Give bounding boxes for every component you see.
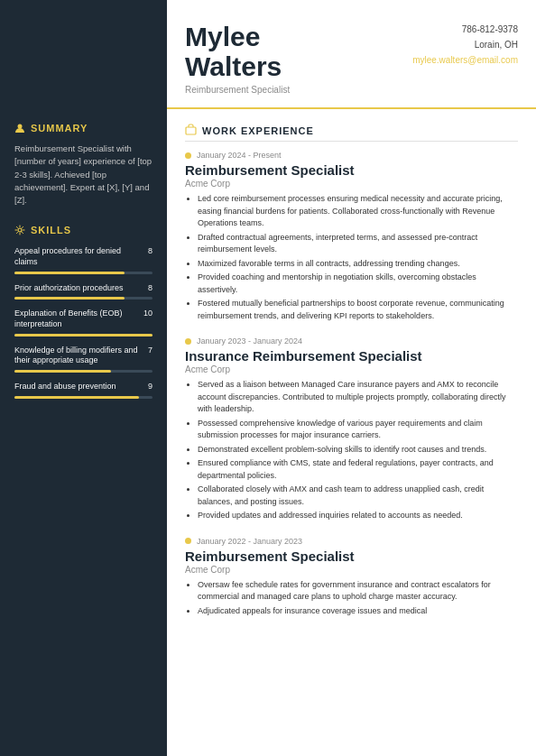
skill-name: Knowledge of billing modifiers and their… xyxy=(14,346,148,366)
bullet-item: Maximized favorable terms in all contrac… xyxy=(198,258,518,271)
summary-title: Summary xyxy=(14,123,152,134)
date-dot xyxy=(185,152,191,159)
skill-item: Fraud and abuse prevention 9 xyxy=(14,382,152,399)
svg-point-1 xyxy=(18,228,22,232)
skill-score: 9 xyxy=(148,382,152,391)
bullet-item: Demonstrated excellent problem-solving s… xyxy=(198,444,518,456)
skill-item: Appeal procedures for denied claims 8 xyxy=(14,246,152,273)
job-bullets: Oversaw fee schedule rates for governmen… xyxy=(185,579,518,618)
bullet-item: Adjudicated appeals for insurance covera… xyxy=(198,605,518,618)
name-block: Mylee Walters Reimbursement Specialist xyxy=(185,22,290,95)
first-name: Mylee xyxy=(185,22,290,51)
skill-bar-bg xyxy=(14,396,152,399)
job-company: Acme Corp xyxy=(185,565,518,575)
person-icon xyxy=(14,123,25,134)
bullet-item: Oversaw fee schedule rates for governmen… xyxy=(198,579,518,604)
skill-bar-fill xyxy=(14,272,125,274)
bullet-item: Provided updates and addressed inquiries… xyxy=(198,510,518,522)
svg-point-0 xyxy=(18,124,23,129)
job-title: Reimbursement Specialist xyxy=(185,85,290,95)
job-title: Insurance Reimbursement Specialist xyxy=(185,348,518,364)
job-entry: January 2024 - Present Reimbursement Spe… xyxy=(185,151,518,322)
main-body: Work Experience January 2024 - Present R… xyxy=(167,109,536,756)
summary-text: Reimbursement Specialist with [number of… xyxy=(14,143,152,207)
work-icon xyxy=(185,124,197,135)
bullet-item: Led core reimbursement processes ensurin… xyxy=(198,193,518,230)
skill-bar-bg xyxy=(14,334,152,337)
last-name: Walters xyxy=(185,51,290,81)
bullet-item: Collaborated closely with AMX and cash t… xyxy=(198,484,518,508)
skill-item: Knowledge of billing modifiers and their… xyxy=(14,346,152,373)
skill-score: 7 xyxy=(148,346,152,355)
bullet-item: Served as a liaison between Managed Care… xyxy=(198,379,518,416)
job-date: January 2023 - January 2024 xyxy=(185,337,518,346)
job-entry: January 2022 - January 2023 Reimbursemen… xyxy=(185,537,518,618)
date-dot xyxy=(185,538,191,544)
skill-score: 8 xyxy=(148,283,152,292)
skill-item: Explanation of Benefits (EOB) interpreta… xyxy=(14,309,152,336)
job-title: Reimbursement Specialist xyxy=(185,162,518,178)
job-date: January 2022 - January 2023 xyxy=(185,537,518,546)
email: mylee.walters@email.com xyxy=(412,52,518,68)
bullet-item: Possessed comprehensive knowledge of var… xyxy=(198,418,518,442)
skills-section: Skills Appeal procedures for denied clai… xyxy=(0,214,167,415)
job-date: January 2024 - Present xyxy=(185,151,518,160)
bullet-item: Fostered mutually beneficial partnership… xyxy=(198,298,518,322)
skill-score: 10 xyxy=(143,309,152,318)
skill-name: Fraud and abuse prevention xyxy=(14,382,148,392)
work-experience-title: Work Experience xyxy=(185,124,518,142)
job-company: Acme Corp xyxy=(185,364,518,374)
phone: 786-812-9378 xyxy=(412,22,518,37)
job-company: Acme Corp xyxy=(185,179,518,189)
skill-bar-bg xyxy=(14,297,152,300)
main-header: Mylee Walters Reimbursement Specialist 7… xyxy=(167,0,536,109)
skill-item: Prior authorization procedures 8 xyxy=(14,283,152,300)
date-dot xyxy=(185,338,191,345)
sidebar-top-spacer xyxy=(0,18,167,108)
bullet-item: Provided coaching and mentorship in nego… xyxy=(198,272,518,296)
skill-bar-bg xyxy=(14,370,152,373)
job-title: Reimbursement Specialist xyxy=(185,549,518,564)
skill-name: Prior authorization procedures xyxy=(14,283,148,294)
bullet-item: Ensured compliance with CMS, state and f… xyxy=(198,457,518,482)
job-bullets: Served as a liaison between Managed Care… xyxy=(185,379,518,522)
skill-name: Appeal procedures for denied claims xyxy=(14,246,148,267)
location: Lorain, OH xyxy=(412,37,518,52)
skill-bar-fill xyxy=(14,297,125,300)
job-entry: January 2023 - January 2024 Insurance Re… xyxy=(185,337,518,522)
skill-bar-fill xyxy=(14,334,152,337)
bullet-item: Drafted contractual agreements, interpre… xyxy=(198,232,518,256)
skill-bar-bg xyxy=(14,272,152,274)
skills-title: Skills xyxy=(14,225,152,235)
job-bullets: Led core reimbursement processes ensurin… xyxy=(185,193,518,322)
gear-icon xyxy=(14,225,25,235)
resume-container: Summary Reimbursement Specialist with [n… xyxy=(0,0,536,756)
skills-list: Appeal procedures for denied claims 8 Pr… xyxy=(14,246,152,399)
skill-bar-fill xyxy=(14,396,139,399)
summary-section: Summary Reimbursement Specialist with [n… xyxy=(0,108,167,214)
sidebar: Summary Reimbursement Specialist with [n… xyxy=(0,0,167,756)
main-content: Mylee Walters Reimbursement Specialist 7… xyxy=(167,0,536,756)
skill-name: Explanation of Benefits (EOB) interpreta… xyxy=(14,309,143,329)
svg-rect-2 xyxy=(186,127,196,134)
jobs-list: January 2024 - Present Reimbursement Spe… xyxy=(185,151,518,617)
contact-block: 786-812-9378 Lorain, OH mylee.walters@em… xyxy=(412,22,518,68)
skill-bar-fill xyxy=(14,370,111,373)
briefcase-icon xyxy=(185,124,197,137)
skill-score: 8 xyxy=(148,246,152,255)
